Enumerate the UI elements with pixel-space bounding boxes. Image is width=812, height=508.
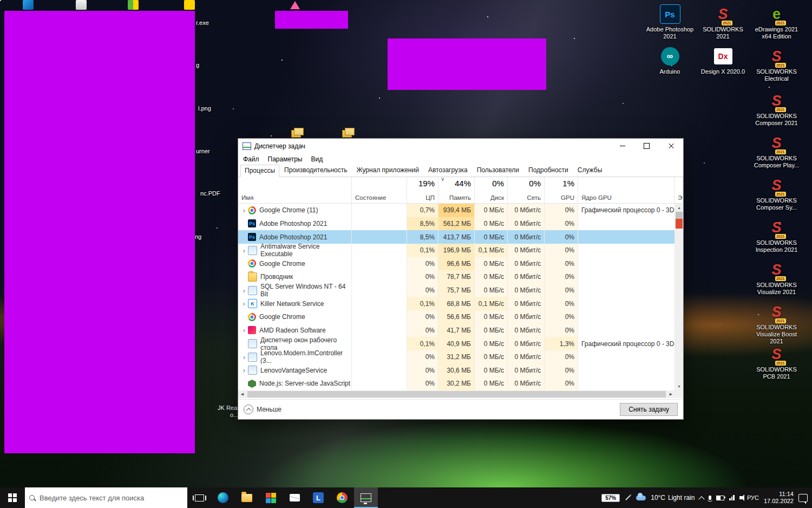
taskbar-mail[interactable] <box>283 487 306 508</box>
desktop-icon-sw-composer-sync[interactable]: S2021SOLIDWORKS Composer Sy... <box>751 174 802 211</box>
clock[interactable]: 11:14 17.02.2022 <box>764 491 794 505</box>
scroll-right-icon[interactable]: ▶ <box>667 390 675 398</box>
yellow-windows-icon[interactable] <box>342 130 352 138</box>
process-name-cell[interactable]: Google Chrome <box>238 310 352 324</box>
tab-details[interactable]: Подробности <box>524 164 573 177</box>
language-indicator[interactable]: РУС <box>747 494 759 501</box>
column-header-network[interactable]: 0%Сеть <box>508 177 545 203</box>
process-name-cell[interactable]: › Google Chrome (11) <box>238 204 352 217</box>
weather-widget[interactable]: 10°C Light rain <box>651 494 695 502</box>
desktop-icon-sw-electrical[interactable]: S2021SOLIDWORKS Electrical <box>751 45 802 82</box>
desktop-icon-sw-pcb[interactable]: S2021SOLIDWORKS PCB 2021 <box>751 343 802 380</box>
desktop-icon-edrawings[interactable]: e2021eDrawings 2021 x64 Edition <box>751 3 802 40</box>
top-desktop-icon-4[interactable] <box>184 0 195 10</box>
tab-startup[interactable]: Автозагрузка <box>424 164 472 177</box>
battery-icon[interactable] <box>716 496 724 500</box>
end-task-button[interactable]: Снять задачу <box>620 403 678 416</box>
menu-view[interactable]: Вид <box>311 155 323 163</box>
column-header-gpu[interactable]: 1%GPU <box>545 177 578 203</box>
process-name-cell[interactable]: › K Killer Network Service <box>238 297 352 310</box>
horizontal-scrollbar[interactable]: ◀ ▶ <box>238 390 683 398</box>
process-name-cell[interactable]: › SQL Server Windows NT - 64 Bit <box>238 284 352 297</box>
network-icon[interactable] <box>729 495 735 500</box>
column-header-memory[interactable]: ∨44%Память <box>438 177 475 203</box>
process-name-cell[interactable]: Ps Adobe Photoshop 2021 <box>238 217 352 231</box>
column-header-status[interactable]: Состояние <box>352 177 407 203</box>
expand-arrow-icon[interactable]: › <box>240 299 248 308</box>
start-button[interactable] <box>0 487 25 508</box>
column-header-gpu-engine[interactable]: Ядро GPU <box>578 177 675 203</box>
process-name-cell[interactable]: › Lenovo.Modern.ImController (3... <box>238 350 352 364</box>
process-name-cell[interactable]: Ps Adobe Photoshop 2021 <box>238 230 352 244</box>
desktop-icon-arduino[interactable]: ∞Arduino <box>644 45 696 75</box>
title-bar[interactable]: Диспетчер задач <box>238 139 683 153</box>
scroll-left-icon[interactable]: ◀ <box>238 390 246 398</box>
tab-users[interactable]: Пользователи <box>473 164 523 177</box>
taskbar-chrome[interactable] <box>330 487 354 508</box>
search-input[interactable] <box>38 493 183 503</box>
desktop-icon-designx[interactable]: DxDesign X 2020.0 <box>697 45 749 75</box>
taskbar-lenovo-vantage[interactable]: L <box>306 487 330 508</box>
notification-center-icon[interactable] <box>798 494 808 502</box>
process-name-cell[interactable]: Node.js: Server-side JavaScript <box>238 377 352 390</box>
desktop-icon-photoshop[interactable]: PsAdobe Photoshop 2021 <box>644 3 696 40</box>
process-row[interactable]: › LenovoVantageService 0% 30,6 МБ 0 МБ/с… <box>238 364 675 377</box>
taskbar-app-grid[interactable] <box>259 487 283 508</box>
process-row[interactable]: › SQL Server Windows NT - 64 Bit 0% 75,7… <box>238 284 675 297</box>
fewer-details-button[interactable]: Меньше <box>244 405 281 414</box>
close-button[interactable] <box>659 139 683 153</box>
process-name-cell[interactable]: Диспетчер окон рабочего стола <box>238 337 352 350</box>
process-row[interactable]: Ps Adobe Photoshop 2021 8,5% 413,7 МБ 0 … <box>238 230 675 244</box>
vertical-scroll-thumb[interactable] <box>676 212 683 219</box>
process-row[interactable]: Диспетчер окон рабочего стола 0,1% 40,9 … <box>238 337 675 350</box>
desktop-icon-sw-composer-play[interactable]: S2021SOLIDWORKS Composer Play... <box>751 132 802 169</box>
process-row[interactable]: › Antimalware Service Executable 0,1% 19… <box>238 244 675 257</box>
taskbar-search[interactable] <box>25 487 187 508</box>
expand-arrow-icon[interactable]: › <box>240 286 248 295</box>
process-row[interactable]: Node.js: Server-side JavaScript 0% 30,2 … <box>238 377 675 390</box>
process-row[interactable]: Проводник 0% 78,7 МБ 0 МБ/с 0 Мбит/с 0% <box>238 270 675 284</box>
tab-services[interactable]: Службы <box>573 164 606 177</box>
column-header-cpu[interactable]: 19%ЦП <box>407 177 438 203</box>
tray-chevron-up-icon[interactable] <box>699 496 705 502</box>
microphone-icon[interactable] <box>709 496 711 500</box>
minimize-button[interactable] <box>610 139 634 153</box>
desktop-icon-sw-composer[interactable]: S2021SOLIDWORKS Composer 2021 <box>751 90 802 127</box>
vertical-scrollbar[interactable]: ▲ ▼ <box>675 204 683 390</box>
expand-arrow-icon[interactable]: › <box>240 246 248 255</box>
top-desktop-icon-3[interactable] <box>128 0 139 10</box>
taskbar-task-manager[interactable] <box>354 487 378 508</box>
expand-arrow-icon[interactable]: › <box>240 206 248 214</box>
volume-icon[interactable] <box>739 496 742 499</box>
process-name-cell[interactable]: › LenovoVantageService <box>238 364 352 377</box>
taskbar-file-explorer[interactable] <box>235 487 259 508</box>
expand-arrow-icon[interactable]: › <box>240 366 248 374</box>
battery-percent-widget[interactable]: 57% <box>601 494 620 502</box>
desktop-icon-sw-visualize-boost[interactable]: S2021SOLIDWORKS Visualize Boost 2021 <box>751 301 802 345</box>
menu-file[interactable]: Файл <box>243 155 259 163</box>
column-header-disk[interactable]: 0%Диск <box>475 177 508 203</box>
column-header-name[interactable]: Имя <box>238 177 352 203</box>
process-name-cell[interactable]: Google Chrome <box>238 257 352 271</box>
pen-icon[interactable] <box>625 495 631 500</box>
column-header-power-cut[interactable]: Э <box>675 177 683 203</box>
scroll-up-icon[interactable]: ▲ <box>675 204 683 212</box>
process-row[interactable]: › Lenovo.Modern.ImController (3... 0% 31… <box>238 350 675 364</box>
tab-performance[interactable]: Производительность <box>280 164 351 177</box>
horizontal-scroll-thumb[interactable] <box>247 391 666 398</box>
expand-arrow-icon[interactable]: › <box>240 353 248 361</box>
process-name-cell[interactable]: › AMD Radeon Software <box>238 324 352 337</box>
expand-arrow-icon[interactable]: › <box>240 326 248 334</box>
desktop-icon-sw-inspection[interactable]: S2021SOLIDWORKS Inspection 2021 <box>751 217 802 253</box>
maximize-button[interactable] <box>634 139 659 153</box>
process-row[interactable]: Google Chrome 0% 96,6 МБ 0 МБ/с 0 Мбит/с… <box>238 257 675 271</box>
scroll-down-icon[interactable]: ▼ <box>675 382 683 390</box>
top-desktop-icon-2[interactable] <box>76 0 87 10</box>
process-name-cell[interactable]: Проводник <box>238 270 352 284</box>
process-name-cell[interactable]: › Antimalware Service Executable <box>238 244 352 257</box>
process-row[interactable]: › Google Chrome (11) 0,7% 939,4 МБ 0 МБ/… <box>238 204 675 217</box>
task-view-button[interactable] <box>187 487 211 508</box>
yellow-windows-icon[interactable] <box>291 130 301 138</box>
tab-processes[interactable]: Процессы <box>240 165 279 177</box>
desktop-icon-sw-visualize[interactable]: S2021SOLIDWORKS Visualize 2021 <box>751 259 802 296</box>
